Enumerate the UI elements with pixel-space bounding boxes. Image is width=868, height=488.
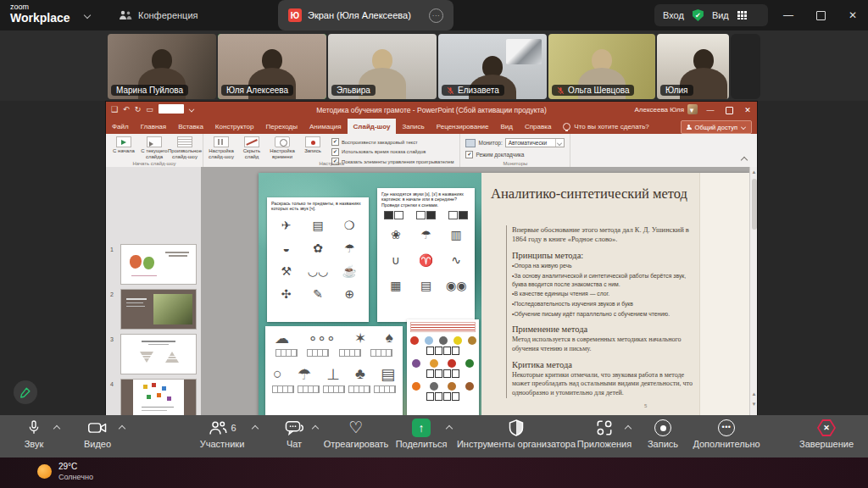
play-narrations-checkbox[interactable]: ✔ Воспроизвести закадровый текст bbox=[331, 138, 453, 146]
ppt-restore-button[interactable] bbox=[720, 102, 738, 119]
setup-slideshow-button[interactable]: Настройка слайд-шоу bbox=[206, 135, 236, 160]
participant-tile-yulya[interactable]: Юля Алексеева bbox=[218, 34, 326, 99]
more-button[interactable]: ••• Дополнительно bbox=[683, 418, 770, 449]
tab-screen-share[interactable]: Ю Экран (Юля Алексеева) ··· bbox=[278, 0, 453, 30]
tab-slideshow[interactable]: Слайд-шоу bbox=[348, 119, 397, 134]
person-icon bbox=[687, 125, 692, 130]
audio-button[interactable]: Звук bbox=[10, 418, 58, 449]
view-grid-icon[interactable] bbox=[737, 11, 747, 19]
qat-dropdown-chevron-icon[interactable] bbox=[188, 106, 194, 112]
host-tools-button[interactable]: Инструменты организатора bbox=[447, 418, 586, 449]
tab-help[interactable]: Справка bbox=[519, 119, 557, 134]
tab-review[interactable]: Рецензирование bbox=[431, 119, 495, 134]
from-beginning-button[interactable]: С начала bbox=[108, 135, 139, 154]
slide-body-text: Впервые обоснование этого метода дал К. … bbox=[506, 225, 693, 398]
rehearse-timings-button[interactable]: Настройка времени bbox=[267, 135, 298, 160]
principles-heading: Принципы метода: bbox=[512, 251, 693, 260]
scrollbar-thumb[interactable] bbox=[752, 179, 757, 230]
hide-slide-button[interactable]: Скрыть слайд bbox=[236, 135, 267, 160]
ppt-minimize-button[interactable]: — bbox=[701, 102, 720, 119]
record-button[interactable]: Запись bbox=[639, 418, 687, 449]
tab-transitions[interactable]: Переходы bbox=[259, 119, 303, 134]
participant-name-label: Юля Алексеева bbox=[221, 85, 293, 96]
heart-icon: ♡ bbox=[320, 418, 392, 438]
security-shield-icon[interactable]: ✔ bbox=[693, 9, 704, 21]
chat-button[interactable]: Чат bbox=[270, 418, 318, 449]
redo-icon[interactable]: ↻ bbox=[135, 105, 142, 114]
ribbon-tab-bar: Файл Главная Вставка Конструктор Переход… bbox=[106, 119, 757, 134]
powerpoint-title-bar: Методика обучения грамоте - PowerPoint (… bbox=[106, 102, 757, 119]
minimize-button[interactable]: — bbox=[774, 0, 803, 30]
share-screen-button[interactable]: ↑ Поделиться bbox=[392, 418, 451, 449]
ppt-close-button[interactable]: ✕ bbox=[738, 102, 757, 119]
restore-button[interactable] bbox=[806, 0, 835, 30]
lightbulb-icon bbox=[563, 123, 570, 130]
sign-in-button[interactable]: Вход bbox=[663, 10, 684, 20]
use-timings-checkbox[interactable]: ✔ Использовать время показа слайдов bbox=[331, 148, 453, 156]
participant-tile-yulia[interactable]: Юлия bbox=[657, 34, 729, 99]
tab-record[interactable]: Запись bbox=[396, 119, 430, 134]
picture-row bbox=[407, 355, 479, 368]
monitor-dropdown[interactable]: Автоматически bbox=[505, 138, 565, 147]
react-button[interactable]: ♡ Отреагировать bbox=[320, 418, 392, 449]
checkbox-checked-icon: ✔ bbox=[465, 151, 473, 158]
sound-schema-boxes bbox=[377, 208, 475, 219]
custom-show-icon bbox=[177, 136, 192, 147]
end-meeting-button[interactable]: ✕ Завершение bbox=[790, 418, 863, 449]
letter-boxes bbox=[407, 391, 479, 401]
ribbon-display-options-icon[interactable]: ▾ bbox=[682, 102, 701, 119]
tab-home[interactable]: Главная bbox=[135, 119, 172, 134]
participant-tile-partial bbox=[731, 34, 760, 99]
video-button[interactable]: Видео bbox=[74, 418, 121, 449]
tab-insert[interactable]: Вставка bbox=[172, 119, 209, 134]
slideshow-icon[interactable]: ▭ bbox=[146, 105, 153, 114]
muted-mic-icon bbox=[447, 86, 454, 95]
qat-input[interactable] bbox=[159, 104, 184, 114]
participant-tile-elizaveta[interactable]: Елизавета bbox=[438, 34, 547, 99]
slide-thumbnail-2[interactable] bbox=[121, 290, 196, 329]
tab-file[interactable]: Файл bbox=[106, 119, 135, 134]
record-icon bbox=[305, 136, 320, 147]
tell-me-search[interactable]: Что вы хотите сделать? bbox=[557, 119, 654, 134]
presenter-view-checkbox[interactable]: ✔ Режим докладчика bbox=[465, 151, 524, 158]
undo-icon[interactable]: ↶ bbox=[123, 105, 130, 114]
current-slide[interactable]: Раскрась только те предметы, в названиях… bbox=[259, 173, 749, 415]
participant-tile-marina[interactable]: Марина Пуйлова bbox=[108, 34, 216, 99]
ribbon-group-setup: Настройка слайд-шоу Скрыть слайд Настрой… bbox=[203, 134, 460, 167]
slide-thumbnail-4[interactable] bbox=[121, 380, 196, 415]
tab-options-icon[interactable]: ··· bbox=[429, 8, 443, 23]
apps-button[interactable]: Приложения bbox=[574, 418, 635, 449]
from-current-slide-button[interactable]: С текущего слайда bbox=[139, 135, 170, 160]
previous-slide-button[interactable]: ▲ bbox=[750, 391, 757, 396]
picture-row bbox=[407, 378, 479, 391]
close-button[interactable]: ✕ bbox=[838, 0, 867, 30]
share-access-button[interactable]: Общий доступ bbox=[681, 120, 752, 134]
tab-view[interactable]: Вид bbox=[494, 119, 518, 134]
editor-scrollbar[interactable]: ▲ ▲ ▼ bbox=[749, 167, 757, 415]
next-slide-button[interactable]: ▼ bbox=[750, 402, 757, 407]
annotate-button[interactable] bbox=[14, 380, 37, 404]
worksheet-sounds: Где находятся звуки [з], [з'] в названия… bbox=[377, 188, 475, 322]
participants-button[interactable]: 6 Участники bbox=[184, 418, 260, 449]
tab-conference[interactable]: Конференция bbox=[108, 0, 208, 30]
letter-boxes bbox=[407, 345, 479, 355]
worksheet-drawings: ○☂⊥♣▤ bbox=[265, 357, 403, 384]
participants-count: 6 bbox=[231, 423, 236, 433]
weather-widget[interactable]: 29°C Солнечно bbox=[37, 462, 93, 481]
worksheet-coloring: Раскрась только те предметы, в названиях… bbox=[267, 197, 369, 322]
participant-tile-elvira[interactable]: Эльвира bbox=[328, 34, 437, 99]
slide-title: Аналитико-синтетический метод bbox=[489, 186, 689, 202]
workspace-menu-chevron-icon[interactable] bbox=[84, 12, 91, 19]
tab-animations[interactable]: Анимация bbox=[303, 119, 348, 134]
record-slideshow-button[interactable]: Запись bbox=[298, 135, 328, 154]
view-button[interactable]: Вид bbox=[712, 10, 729, 20]
participant-name-label: Эльвира bbox=[331, 85, 376, 96]
worksheet-red-instructions bbox=[410, 322, 476, 332]
participant-name-label: Юлия bbox=[660, 85, 693, 96]
slide-thumbnail-3[interactable] bbox=[121, 335, 196, 374]
custom-slideshow-button[interactable]: Произвольное слайд-шоу bbox=[170, 135, 200, 160]
slide-thumbnail-1[interactable] bbox=[121, 245, 196, 284]
save-icon[interactable]: ❑ bbox=[111, 105, 118, 114]
participant-tile-olga[interactable]: Ольга Шевцова bbox=[548, 34, 655, 99]
tab-design[interactable]: Конструктор bbox=[209, 119, 260, 134]
